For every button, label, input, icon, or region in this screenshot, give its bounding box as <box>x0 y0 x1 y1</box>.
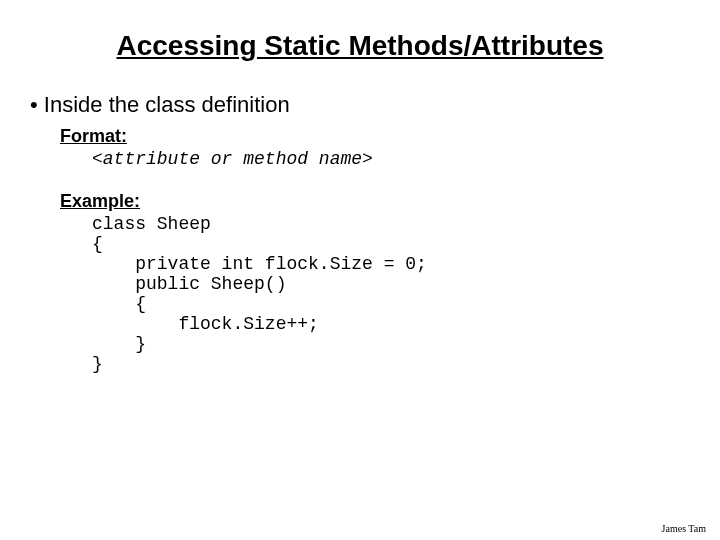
example-code-line: } <box>92 354 680 374</box>
example-code-line: class Sheep <box>92 214 680 234</box>
main-bullet: Inside the class definition <box>30 92 680 118</box>
example-code-line: { <box>92 294 680 314</box>
format-label: Format: <box>60 126 680 147</box>
example-code-line: private int flock.Size = 0; <box>92 254 680 274</box>
format-code: <attribute or method name> <box>92 149 680 169</box>
example-code-line: } <box>92 334 680 354</box>
example-label: Example: <box>60 191 680 212</box>
footer-author: James Tam <box>662 523 706 534</box>
example-code-line: public Sheep() <box>92 274 680 294</box>
example-code-line: flock.Size++; <box>92 314 680 334</box>
example-code-line: { <box>92 234 680 254</box>
slide-title: Accessing Static Methods/Attributes <box>40 30 680 62</box>
